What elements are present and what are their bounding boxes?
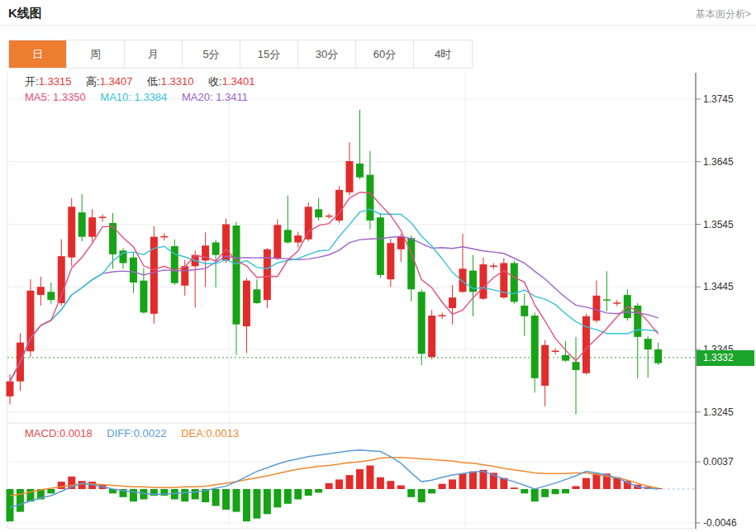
macd-hist-bar — [469, 472, 477, 489]
macd-hist-bar — [305, 489, 312, 496]
candle-body — [253, 289, 260, 303]
macd-value: 0.0018 — [59, 427, 93, 439]
macd-hist-bar — [335, 479, 343, 489]
tab-week[interactable]: 周 — [67, 40, 125, 68]
tab-15min[interactable]: 15分 — [240, 40, 298, 68]
ma10-item: MA10: 1.3384 — [100, 91, 167, 103]
candle-body — [552, 351, 559, 353]
candle-body — [397, 237, 405, 249]
ma10-line — [10, 209, 659, 381]
candle-body — [459, 268, 467, 292]
open-value: 1.3315 — [39, 75, 72, 88]
candle-body — [592, 296, 600, 321]
ma20-label: MA20: — [182, 91, 213, 103]
ma5-item: MA5: 1.3350 — [25, 91, 86, 103]
fundamental-analysis-link[interactable]: 基本面分析> — [696, 7, 751, 21]
diff-item: DIFF:0.0022 — [107, 427, 166, 439]
candle-body — [109, 223, 116, 254]
candle-body — [243, 281, 250, 326]
macd-label: MACD: — [25, 427, 59, 439]
high-item: 高:1.3407 — [86, 75, 132, 88]
ma5-value: 1.3350 — [53, 91, 86, 103]
macd-hist-bar — [273, 489, 281, 507]
candle-body — [284, 230, 292, 242]
macd-hist-bar — [582, 478, 590, 489]
candle-body — [582, 316, 590, 373]
candle-body — [305, 207, 312, 239]
y-axis-label: 1.3745 — [703, 93, 734, 105]
low-value: 1.3310 — [161, 75, 194, 88]
candle-body — [418, 292, 426, 354]
macd-hist-bar — [181, 489, 188, 501]
tab-day[interactable]: 日 — [9, 40, 67, 68]
page-title: K线图 — [8, 6, 42, 21]
candle-body — [511, 263, 518, 302]
period-tabbar: 日 周 月 5分 15分 30分 60分 4时 — [8, 40, 473, 69]
candle-body — [654, 349, 662, 363]
tab-5min[interactable]: 5分 — [183, 40, 240, 68]
kline-widget: K线图 基本面分析> 日 周 月 5分 15分 30分 60分 4时 开:1.3… — [0, 0, 756, 532]
y-axis-label: 1.3545 — [703, 219, 734, 230]
tab-30min[interactable]: 30分 — [298, 40, 356, 68]
macd-hist-bar — [418, 489, 426, 502]
candle-body — [479, 264, 487, 299]
macd-hist-bar — [294, 489, 302, 499]
ma10-label: MA10: — [100, 91, 131, 103]
tab-60min[interactable]: 60分 — [356, 40, 414, 68]
candle-body — [222, 225, 230, 261]
ma5-label: MA5: — [25, 91, 50, 103]
macd-hist-bar — [531, 489, 539, 501]
candle-body — [573, 362, 580, 370]
candle-body — [387, 243, 394, 279]
macd-hist-bar — [521, 489, 528, 493]
diff-value: 0.0022 — [134, 427, 167, 439]
macd-hist-bar — [212, 489, 220, 506]
macd-hist-bar — [284, 489, 292, 504]
macd-hist-bar — [397, 486, 405, 489]
macd-hist-bar — [243, 489, 250, 521]
macd-hist-bar — [222, 489, 230, 510]
candle-body — [377, 217, 384, 275]
candle-body — [326, 216, 333, 217]
y-axis-label: 1.3645 — [703, 156, 734, 168]
candle-body — [356, 164, 364, 178]
macd-hist-bar — [377, 477, 384, 489]
current-price-badge: 1.3332 — [697, 350, 754, 366]
macd-item: MACD:0.0018 — [25, 427, 93, 439]
macd-hist-bar — [562, 489, 569, 493]
diff-line — [10, 450, 659, 508]
macd-hist-bar — [387, 481, 394, 489]
macd-hist-bar — [130, 489, 137, 501]
high-label: 高: — [86, 75, 100, 88]
macd-hist-bar — [366, 465, 373, 489]
candle-body — [140, 281, 147, 313]
macd-hist-bar — [253, 489, 260, 519]
candle-body — [613, 302, 620, 304]
candle-body — [644, 339, 652, 349]
ma20-value: 1.3411 — [216, 91, 248, 103]
candle-body — [603, 299, 611, 301]
macd-hist-bar — [449, 479, 456, 489]
macd-hist-bar — [573, 486, 580, 489]
tab-4hour[interactable]: 4时 — [414, 40, 472, 68]
candle-body — [294, 235, 302, 242]
tab-month[interactable]: 月 — [125, 40, 183, 68]
macd-hist-bar — [552, 489, 559, 494]
macd-hist-bar — [58, 482, 65, 489]
candle-body — [531, 316, 539, 378]
widget-header: K线图 基本面分析> — [0, 0, 756, 26]
macd-hist-bar — [439, 484, 446, 489]
ohlc-ma-legend: 开:1.3315 高:1.3407 低:1.3310 收:1.3401 MA5:… — [25, 74, 266, 105]
dea-item: DEA:0.0013 — [181, 427, 239, 439]
ma-legend-row: MA5: 1.3350 MA10: 1.3384 MA20: 1.3411 — [25, 89, 266, 105]
candle-body — [428, 316, 435, 357]
macd-hist-bar — [428, 489, 435, 493]
candle-body — [37, 287, 45, 295]
macd-legend: MACD:0.0018 DIFF:0.0022 DEA:0.0013 — [25, 427, 250, 439]
candle-body — [160, 236, 168, 238]
macd-hist-bar — [326, 483, 333, 489]
y-axis-label: 1.3245 — [703, 406, 734, 418]
macd-hist-bar — [511, 487, 518, 489]
low-item: 低:1.3310 — [147, 75, 193, 88]
candle-body — [346, 161, 354, 192]
